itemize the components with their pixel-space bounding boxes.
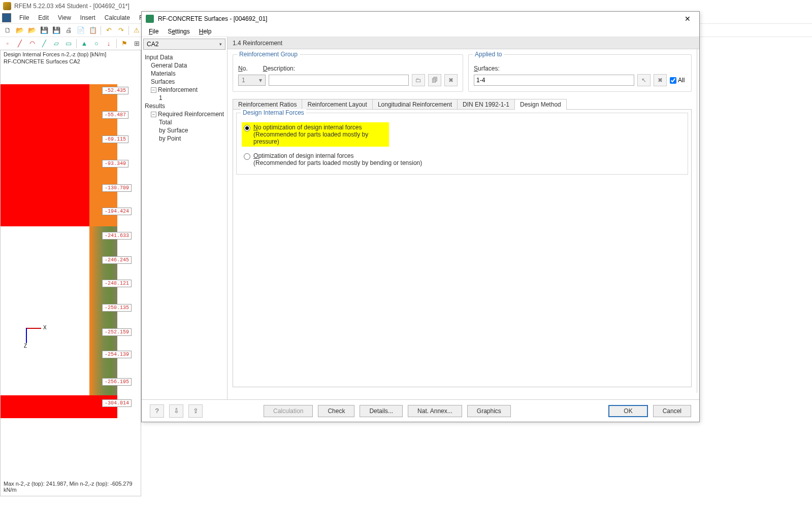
import-icon[interactable]: ⇧ bbox=[188, 404, 203, 418]
no-combo[interactable]: 1 ▾ bbox=[238, 75, 266, 86]
ok-button[interactable]: OK bbox=[608, 405, 647, 417]
help-icon[interactable]: ? bbox=[150, 404, 164, 418]
surf-icon[interactable]: ▱ bbox=[51, 38, 62, 49]
dlg-menu-file[interactable]: File bbox=[145, 27, 163, 36]
nat-annex-button[interactable]: Nat. Annex... bbox=[408, 405, 462, 417]
tree-by-surface[interactable]: by Surface bbox=[145, 126, 224, 134]
tab-reinf-ratios[interactable]: Reinforcement Ratios bbox=[233, 99, 302, 110]
group-title: Design Internal Forces bbox=[241, 109, 306, 116]
copy-group-icon[interactable]: 🗐 bbox=[428, 74, 441, 86]
desc-label: Description: bbox=[263, 65, 295, 72]
case-combo[interactable]: CA2 ▾ bbox=[143, 39, 225, 50]
dlg-menu-settings[interactable]: Settings bbox=[164, 27, 193, 36]
main-titlebar: RFEM 5.22.03 x64 Student - [004692_01*] bbox=[0, 0, 812, 12]
print-icon[interactable]: 🖨 bbox=[63, 25, 74, 36]
save-icon[interactable]: 💾 bbox=[39, 25, 50, 36]
contour-value: -256.195 bbox=[102, 378, 132, 386]
contour-plot[interactable]: -52.435 -55.487 -69.115 -93.349 -130.709… bbox=[1, 66, 141, 417]
contour-value: -246.245 bbox=[102, 256, 132, 264]
chevron-down-icon: ▾ bbox=[219, 42, 222, 47]
line-icon[interactable]: ╱ bbox=[14, 38, 25, 49]
nav-tree[interactable]: Input Data General Data Materials Surfac… bbox=[142, 51, 227, 145]
viewport-title: Design Internal Forces n-2,-z (top) [kN/… bbox=[1, 50, 141, 58]
hinge-icon[interactable]: ○ bbox=[91, 38, 102, 49]
details-button[interactable]: Details... bbox=[360, 405, 403, 417]
open2-icon[interactable]: 📂 bbox=[26, 25, 38, 36]
check-button[interactable]: Check bbox=[318, 405, 354, 417]
collapse-icon[interactable]: − bbox=[151, 112, 156, 117]
case-combo-value: CA2 bbox=[147, 41, 158, 48]
redo-icon[interactable]: ↷ bbox=[115, 25, 126, 36]
flag-icon[interactable]: ⚑ bbox=[119, 38, 130, 49]
node-icon[interactable]: ◦ bbox=[2, 38, 13, 49]
preview-panel: ▦ ▦ bbox=[697, 49, 699, 393]
warn-icon[interactable]: ⚠ bbox=[131, 25, 142, 36]
dialog-footer: ? ⇩ ⇧ Calculation Check Details... Nat. … bbox=[142, 399, 699, 422]
export-icon[interactable]: ⇩ bbox=[169, 404, 183, 418]
tree-by-point[interactable]: by Point bbox=[145, 134, 224, 143]
surfaces-input[interactable] bbox=[474, 75, 634, 86]
nav-panel: CA2 ▾ Input Data General Data Materials … bbox=[142, 37, 228, 399]
solid-icon[interactable]: ▭ bbox=[63, 38, 74, 49]
dialog-icon bbox=[146, 15, 154, 23]
app-icon bbox=[3, 2, 11, 10]
all-checkbox[interactable]: All bbox=[670, 77, 685, 84]
calculation-button[interactable]: Calculation bbox=[264, 405, 313, 417]
arc-icon[interactable]: ◠ bbox=[26, 38, 38, 49]
radio-no-optimization[interactable]: No optimization of design internal force… bbox=[242, 122, 389, 147]
rf-concrete-dialog: RF-CONCRETE Surfaces - [004692_01] ✕ Fil… bbox=[141, 11, 700, 422]
tree-input-data[interactable]: Input Data bbox=[145, 53, 224, 61]
new-group-icon[interactable]: 🗀 bbox=[412, 74, 425, 86]
copy-icon[interactable]: 📋 bbox=[87, 25, 99, 36]
collapse-icon[interactable]: − bbox=[151, 87, 156, 93]
tree-reinforcement[interactable]: −Reinforcement bbox=[145, 86, 224, 94]
support-icon[interactable]: ▲ bbox=[79, 38, 90, 49]
pick-icon[interactable]: ↖ bbox=[637, 74, 651, 86]
reinforcement-group-box: Reinforcement Group No. Description: 1 ▾ bbox=[233, 54, 463, 92]
radio-icon[interactable] bbox=[244, 125, 250, 131]
graphics-button[interactable]: Graphics bbox=[467, 405, 511, 417]
contour-value: -52.435 bbox=[102, 87, 128, 94]
dialog-menubar: File Settings Help bbox=[142, 26, 699, 37]
tabs: Reinforcement Ratios Reinforcement Layou… bbox=[228, 92, 697, 110]
contour-value: -55.487 bbox=[102, 111, 128, 119]
group-title: Applied to bbox=[473, 51, 504, 58]
description-input[interactable] bbox=[269, 75, 409, 86]
load-icon[interactable]: ↓ bbox=[103, 38, 114, 49]
dlg-menu-help[interactable]: Help bbox=[195, 27, 216, 36]
menu-edit[interactable]: Edit bbox=[34, 13, 53, 22]
tab-standard[interactable]: DIN EN 1992-1-1 bbox=[457, 99, 515, 110]
tree-reinf-1[interactable]: 1 bbox=[145, 94, 224, 102]
tree-materials[interactable]: Materials bbox=[145, 70, 224, 78]
open-icon[interactable]: 📂 bbox=[14, 25, 25, 36]
content-header: 1.4 Reinforcement bbox=[228, 37, 699, 49]
undo-icon[interactable]: ↶ bbox=[103, 25, 114, 36]
delete-group-icon[interactable]: ✖ bbox=[444, 74, 458, 86]
saveas-icon[interactable]: 💾 bbox=[51, 25, 62, 36]
menu-file[interactable]: File bbox=[15, 13, 33, 22]
member-icon[interactable]: ╱ bbox=[39, 38, 50, 49]
new-icon[interactable]: 🗋 bbox=[2, 25, 13, 36]
grid-icon[interactable]: ⊞ bbox=[131, 38, 142, 49]
clear-icon[interactable]: ✖ bbox=[654, 74, 667, 86]
tree-total[interactable]: Total bbox=[145, 118, 224, 126]
radio-icon[interactable] bbox=[244, 153, 250, 160]
tree-general-data[interactable]: General Data bbox=[145, 61, 224, 70]
menu-view[interactable]: View bbox=[54, 13, 75, 22]
surfaces-label: Surfaces: bbox=[474, 65, 686, 72]
close-icon[interactable]: ✕ bbox=[680, 13, 695, 25]
tab-design-method[interactable]: Design Method bbox=[514, 99, 567, 110]
tab-long-reinf[interactable]: Longitudinal Reinforcement bbox=[372, 99, 458, 110]
contour-value: -130.709 bbox=[102, 184, 132, 192]
all-checkbox-input[interactable] bbox=[670, 77, 676, 84]
cancel-button[interactable]: Cancel bbox=[653, 405, 691, 417]
tree-req-reinf[interactable]: −Required Reinforcement bbox=[145, 110, 224, 118]
radio-optimization[interactable]: Optimization of design internal forces (… bbox=[242, 151, 683, 168]
menu-calculate[interactable]: Calculate bbox=[101, 13, 134, 22]
report-icon[interactable]: 📄 bbox=[75, 25, 86, 36]
dialog-titlebar[interactable]: RF-CONCRETE Surfaces - [004692_01] ✕ bbox=[142, 12, 699, 26]
menu-insert[interactable]: Insert bbox=[76, 13, 100, 22]
tab-reinf-layout[interactable]: Reinforcement Layout bbox=[302, 99, 372, 110]
tree-surfaces[interactable]: Surfaces bbox=[145, 78, 224, 86]
tree-results[interactable]: Results bbox=[145, 102, 224, 110]
